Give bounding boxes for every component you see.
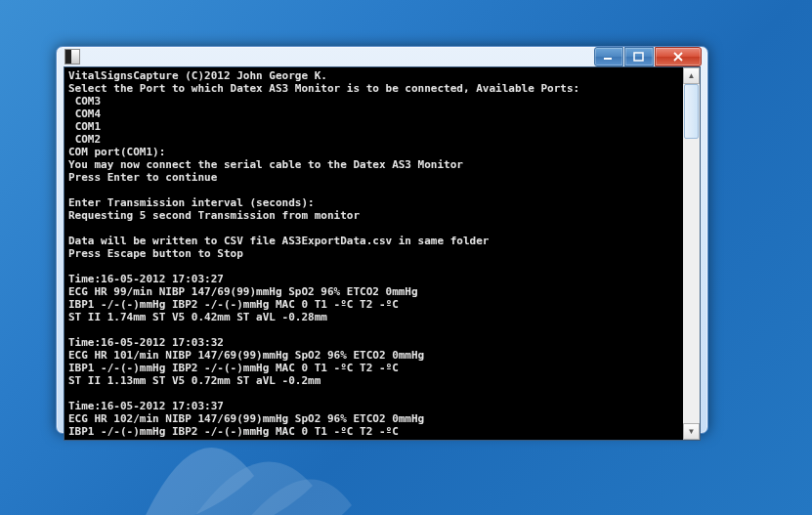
chevron-up-icon: ▲ xyxy=(688,72,696,80)
record-time: Time:16-05-2012 17:03:37 xyxy=(68,400,224,412)
record-ecg: ECG HR 101/min NIBP 147/69(99)mmHg SpO2 … xyxy=(68,349,424,362)
svg-rect-0 xyxy=(604,58,612,60)
scroll-track[interactable] xyxy=(683,84,700,423)
chevron-down-icon: ▼ xyxy=(688,428,696,436)
line-header: VitalSignsCapture (C)2012 John George K. xyxy=(68,69,327,82)
minimize-button[interactable] xyxy=(594,47,623,66)
line-port: COM1 xyxy=(75,120,102,133)
record-ecg: ECG HR 102/min NIBP 147/69(99)mmHg SpO2 … xyxy=(68,412,424,425)
terminal-output[interactable]: VitalSignsCapture (C)2012 John George K.… xyxy=(64,67,683,440)
line-comport: COM port(COM1): xyxy=(68,146,165,158)
line-csv: Data will be written to CSV file AS3Expo… xyxy=(68,235,489,247)
line-escape: Press Escape button to Stop xyxy=(68,247,243,260)
client-area: VitalSignsCapture (C)2012 John George K.… xyxy=(64,66,701,441)
line-port: COM3 xyxy=(75,95,102,107)
record-ecg: ECG HR 99/min NIBP 147/69(99)mmHg SpO2 9… xyxy=(68,285,418,298)
line-port: COM2 xyxy=(75,133,102,146)
line-enter: Press Enter to continue xyxy=(68,171,217,184)
line-select-prompt: Select the Port to which Datex AS3 Monit… xyxy=(68,82,579,95)
close-button[interactable] xyxy=(655,47,702,66)
console-window: VitalSignsCapture (C)2012 John George K.… xyxy=(56,46,708,434)
record-ibp: IBP1 -/-(-)mmHg IBP2 -/-(-)mmHg MAC 0 T1… xyxy=(68,425,399,438)
titlebar[interactable] xyxy=(57,47,707,66)
line-requesting: Requesting 5 second Transmission from mo… xyxy=(68,209,360,222)
line-connect: You may now connect the serial cable to … xyxy=(68,158,463,171)
record-ibp: IBP1 -/-(-)mmHg IBP2 -/-(-)mmHg MAC 0 T1… xyxy=(68,362,399,374)
svg-rect-1 xyxy=(634,53,643,61)
scroll-down-button[interactable]: ▼ xyxy=(683,423,700,440)
line-interval: Enter Transmission interval (seconds): xyxy=(68,196,315,209)
line-port: COM4 xyxy=(75,107,102,120)
window-controls xyxy=(594,47,702,66)
record-time: Time:16-05-2012 17:03:32 xyxy=(68,336,224,349)
maximize-button[interactable] xyxy=(624,47,654,66)
scroll-up-button[interactable]: ▲ xyxy=(683,67,700,84)
vertical-scrollbar[interactable]: ▲ ▼ xyxy=(683,67,700,440)
record-st: ST II 1.74mm ST V5 0.42mm ST aVL -0.28mm xyxy=(68,311,327,323)
record-ibp: IBP1 -/-(-)mmHg IBP2 -/-(-)mmHg MAC 0 T1… xyxy=(68,298,399,311)
app-icon xyxy=(64,49,80,64)
record-time: Time:16-05-2012 17:03:27 xyxy=(68,273,224,285)
scroll-thumb[interactable] xyxy=(684,84,699,139)
record-st: ST II 1.13mm ST V5 0.72mm ST aVL -0.2mm xyxy=(68,374,321,387)
